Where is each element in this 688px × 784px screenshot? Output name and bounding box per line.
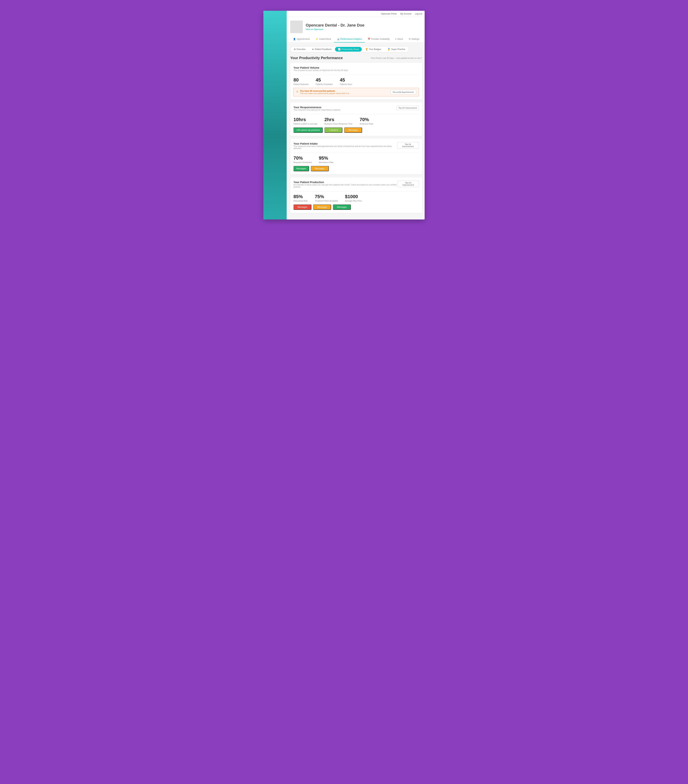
patient-intake-tips-button[interactable]: Tips for Improvement <box>397 142 419 148</box>
attendance-rate-label: Attendance Rate <box>319 161 334 163</box>
patient-volume-header: Your Patient Volume This is based on you… <box>293 66 419 74</box>
nav-appointments-label: Appointments <box>297 38 310 40</box>
patient-intake-subtitle: This measures how many initial appointme… <box>293 145 397 150</box>
attendance-rate-value: 95% <box>319 155 334 161</box>
patient-intake-card: Your Patient Intake This measures how ma… <box>290 139 422 175</box>
tab-productivity-score[interactable]: 📈 Productivity Score <box>335 47 362 52</box>
tab-patient-feedback[interactable]: ★ Patient Feedback <box>309 47 334 52</box>
production-messages-button-3[interactable]: Messages <box>333 204 351 210</box>
patient-production-metrics: 85% Rebooking Rate 75% Treatment Plans A… <box>293 194 419 202</box>
appointments-icon: 👤 <box>293 38 296 40</box>
badges-icon: 🏆 <box>365 48 368 51</box>
feedback-icon: ★ <box>312 48 314 51</box>
tab-super-label: Super Practice <box>391 48 405 51</box>
metric-avg-plan-price: $1000 Average Plan Price <box>345 194 362 202</box>
productivity-icon: 📈 <box>338 48 341 51</box>
patient-production-card: Your Patient Production An estimate of f… <box>290 177 422 213</box>
tab-your-badges[interactable]: 🏆 Your Badges <box>362 47 384 52</box>
metric-patients-scheduled: 45 Patients Scheduled <box>316 77 333 85</box>
profile-header: Opencare Dental - Dr. Jane Doe View on O… <box>287 17 425 43</box>
nav-analytics-label: Performance Analytics <box>341 38 362 40</box>
availability-icon: 📅 <box>368 38 370 40</box>
opencare-prime-link[interactable]: Opencare Prime <box>381 13 397 15</box>
responsiveness-tips-button[interactable]: Tips for Improvement <box>397 106 419 110</box>
hours-badge[interactable]: 1 hours b <box>324 127 342 133</box>
sub-tabs: ⊞ Overview ★ Patient Feedback 📈 Producti… <box>290 46 409 52</box>
intake-messages-button-2[interactable]: Messages <box>311 166 329 171</box>
metric-treatment-plans: 75% Treatment Plans Accepted <box>315 194 338 202</box>
reconcile-button[interactable]: Reconcile Appointments <box>390 90 416 94</box>
responsiveness-metrics: 10hrs Patients waited on average 2hrs Bu… <box>293 117 419 125</box>
patient-intake-badges: Messages Messages <box>293 166 419 171</box>
nav-provider-availability[interactable]: 📅 Provider Availability <box>365 36 393 43</box>
tab-productivity-label: Productivity Score <box>341 48 359 51</box>
page-title: Your Productivity Performance <box>290 56 343 60</box>
tab-overview[interactable]: ⊞ Overview <box>291 47 308 52</box>
metric-patient-requests: 80 Patient Requests <box>293 77 308 85</box>
responsiveness-messages-button[interactable]: Messages <box>344 127 362 133</box>
patient-requests-label: Patient Requests <box>293 83 308 85</box>
nav-instant-book-label: Instant Book <box>319 38 331 40</box>
patients-seen-label: Patients Seen <box>340 83 352 85</box>
treatment-plans-label: Treatment Plans Accepted <box>315 200 338 202</box>
nav-availability-label: Provider Availability <box>371 38 390 40</box>
nav-appointments[interactable]: 👤 Appointments <box>290 36 313 43</box>
rebooking-rate-value: 85% <box>293 194 308 199</box>
intake-messages-button-1[interactable]: Messages <box>293 166 309 171</box>
tab-feedback-label: Patient Feedback <box>315 48 331 51</box>
content-area: ⊞ Overview ★ Patient Feedback 📈 Producti… <box>287 43 425 219</box>
metric-wait-time: 10hrs Patients waited on average <box>293 117 317 125</box>
alert-secondary-msg: This can make your performance appear wo… <box>300 92 350 94</box>
nav-instant-book[interactable]: ⚡ Instant Book <box>313 36 334 43</box>
metric-response-rate: 70% Response Rate <box>360 117 373 125</box>
main-nav: 👤 Appointments ⚡ Instant Book 📊 Performa… <box>290 36 422 43</box>
warning-icon: ⚠ <box>296 90 298 93</box>
patient-intake-metrics: 70% Requests Scheduled 95% Attendance Ra… <box>293 155 419 163</box>
nav-about[interactable]: ℹ About <box>393 36 406 43</box>
metric-requests-scheduled: 70% Requests Scheduled <box>293 155 312 163</box>
responsiveness-subtitle: This measures how well you're responding… <box>293 109 341 111</box>
instant-book-icon: ⚡ <box>316 38 318 40</box>
super-practice-icon: 🏅 <box>388 48 390 51</box>
response-rate-label: Response Rate <box>360 123 373 125</box>
responsiveness-title: Your Responsiveness <box>293 106 341 109</box>
log-out-link[interactable]: Log out <box>415 13 422 15</box>
patients-seen-value: 45 <box>340 77 352 83</box>
nav-performance-analytics[interactable]: 📊 Performance Analytics <box>334 36 365 43</box>
wait-time-value: 10hrs <box>293 117 317 122</box>
patient-intake-title: Your Patient Intake <box>293 142 397 145</box>
metric-attendance-rate: 95% Attendance Rate <box>319 155 334 163</box>
nav-settings[interactable]: ⚙ Settings <box>406 36 422 43</box>
tab-super-practice[interactable]: 🏅 Super Practice <box>385 47 408 52</box>
responsiveness-card: Your Responsiveness This measures how we… <box>290 102 422 136</box>
patient-volume-metrics: 80 Patient Requests 45 Patients Schedule… <box>293 77 419 85</box>
patient-production-badges: Messages Messages Messages <box>293 204 419 210</box>
production-messages-button-1[interactable]: Messages <box>293 204 311 210</box>
patient-production-tips-button[interactable]: Tips for Improvement <box>398 181 419 187</box>
analytics-icon: 📊 <box>337 38 339 40</box>
wait-time-label: Patients waited on average <box>293 123 317 125</box>
about-icon: ℹ <box>395 38 396 40</box>
avatar <box>290 21 303 33</box>
overview-icon: ⊞ <box>294 48 296 51</box>
patient-production-header: Your Patient Production An estimate of f… <box>293 181 419 191</box>
rebooking-rate-label: Rebooking Rate <box>293 200 308 202</box>
alert-primary-msg: You have 50 unreconciled patients <box>300 90 350 92</box>
above-top-practices-badge[interactable]: 10% above top practices <box>293 127 323 133</box>
metric-response-time: 2hrs Business Hours Response Time <box>324 117 352 125</box>
patients-scheduled-value: 45 <box>316 77 333 83</box>
patient-volume-card: Your Patient Volume This is based on you… <box>290 63 422 100</box>
view-on-opencare-link[interactable]: View on Opencare <box>306 28 323 31</box>
avg-plan-price-label: Average Plan Price <box>345 200 362 202</box>
alert-text: ⚠ You have 50 unreconciled patients This… <box>296 90 350 94</box>
my-account-link[interactable]: My Account <box>400 13 411 15</box>
top-nav: Opencare Prime My Account Log out <box>287 11 425 17</box>
tab-overview-label: Overview <box>296 48 306 51</box>
patient-volume-subtitle: This is based on your activity on Openca… <box>293 69 348 71</box>
main-content: Opencare Prime My Account Log out Openca… <box>287 11 425 219</box>
metric-patients-seen: 45 Patients Seen <box>340 77 352 85</box>
nav-settings-label: Settings <box>411 38 419 40</box>
profile-info: Opencare Dental - Dr. Jane Doe View on O… <box>290 21 422 33</box>
production-messages-button-2[interactable]: Messages <box>313 204 331 210</box>
profile-text: Opencare Dental - Dr. Jane Doe View on O… <box>306 23 364 31</box>
